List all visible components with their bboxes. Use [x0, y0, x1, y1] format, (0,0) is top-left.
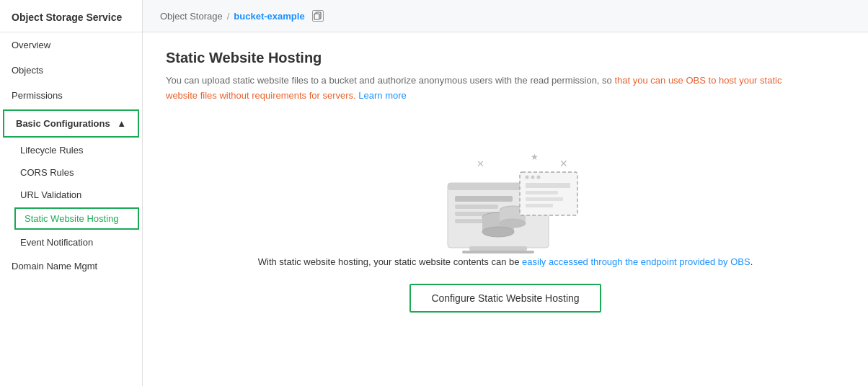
svg-text:★: ★ — [531, 152, 539, 162]
info-text: With static website hosting, your static… — [258, 255, 753, 270]
illustration-area: ✕ ✕ ★ ✕ — [166, 118, 845, 313]
sidebar-item-domain-name-mgmt[interactable]: Domain Name Mgmt — [0, 253, 142, 279]
main-content: Object Storage / bucket-example Static W… — [143, 0, 868, 386]
svg-rect-0 — [314, 14, 319, 19]
breadcrumb-current: bucket-example — [234, 11, 304, 22]
content-area: Static Website Hosting You can upload st… — [143, 32, 868, 386]
svg-point-21 — [531, 175, 535, 179]
illustration: ✕ ✕ ★ ✕ — [426, 118, 585, 255]
copy-icon[interactable] — [312, 10, 324, 22]
description-text-1: You can upload static website files to a… — [166, 75, 614, 86]
svg-rect-12 — [462, 251, 534, 253]
sidebar-item-lifecycle-rules[interactable]: Lifecycle Rules — [0, 139, 142, 161]
svg-rect-11 — [469, 246, 527, 251]
sidebar-item-overview[interactable]: Overview — [0, 32, 142, 58]
svg-point-15 — [482, 227, 514, 237]
breadcrumb-parent[interactable]: Object Storage — [160, 11, 223, 22]
sidebar-title: Object Storage Service — [0, 0, 142, 32]
svg-rect-23 — [526, 183, 570, 188]
sidebar: Object Storage Service Overview Objects … — [0, 0, 143, 386]
info-text-part1: With static website hosting, your static… — [258, 256, 522, 267]
chevron-up-icon: ▲ — [117, 118, 126, 129]
breadcrumb: Object Storage / bucket-example — [143, 0, 868, 32]
svg-point-20 — [526, 175, 529, 179]
svg-rect-7 — [455, 196, 513, 202]
svg-rect-26 — [526, 204, 553, 207]
page-title: Static Website Hosting — [166, 50, 845, 66]
sidebar-item-static-website-hosting[interactable]: Static Website Hosting — [14, 207, 139, 230]
svg-text:✕: ✕ — [477, 158, 484, 169]
breadcrumb-separator: / — [227, 11, 230, 22]
svg-rect-24 — [526, 191, 558, 194]
svg-rect-25 — [526, 197, 563, 201]
svg-point-22 — [537, 175, 541, 179]
sidebar-item-cors-rules[interactable]: CORS Rules — [0, 161, 142, 184]
sidebar-section-label: Basic Configurations — [16, 118, 110, 129]
sidebar-item-event-notification[interactable]: Event Notification — [0, 231, 142, 253]
sidebar-section-basic-configurations[interactable]: Basic Configurations ▲ — [3, 109, 139, 138]
sidebar-item-url-validation[interactable]: URL Validation — [0, 184, 142, 206]
page-description: You can upload static website files to a… — [166, 73, 815, 104]
svg-point-18 — [500, 219, 526, 228]
learn-more-link[interactable]: Learn more — [358, 90, 406, 101]
sidebar-item-permissions[interactable]: Permissions — [0, 83, 142, 108]
sidebar-item-objects[interactable]: Objects — [0, 58, 142, 83]
svg-rect-8 — [455, 205, 498, 209]
info-text-blue: easily accessed through the endpoint pro… — [522, 256, 750, 267]
configure-static-website-hosting-button[interactable]: Configure Static Website Hosting — [409, 284, 601, 313]
content-header: Static Website Hosting You can upload st… — [166, 50, 845, 104]
svg-text:✕: ✕ — [559, 158, 568, 169]
info-text-period: . — [750, 256, 753, 267]
